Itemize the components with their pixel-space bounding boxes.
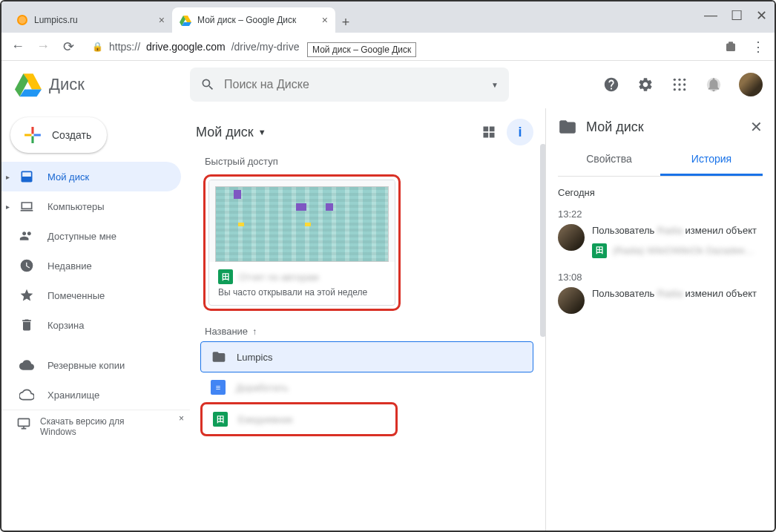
quick-thumbnail bbox=[209, 180, 395, 262]
quick-access-card[interactable]: 田 Отчет по авторам Вы часто открывали на… bbox=[203, 174, 401, 311]
sidebar: Создать ▸ Мой диск ▸ Компьютеры Доступны… bbox=[1, 108, 190, 531]
tab-properties[interactable]: Свойства bbox=[558, 144, 660, 176]
sidebar-item-starred[interactable]: Помеченные bbox=[1, 280, 181, 310]
sheets-icon: 田 bbox=[213, 412, 228, 427]
activity-feed: Сегодня 13:22 Пользователь Radia изменил… bbox=[558, 177, 763, 314]
close-icon[interactable]: × bbox=[322, 14, 328, 26]
sidebar-item-storage[interactable]: Хранилище bbox=[1, 380, 181, 410]
notifications-icon[interactable] bbox=[705, 76, 723, 93]
computers-icon bbox=[19, 199, 34, 214]
download-drive-app[interactable]: Скачать версию для Windows × bbox=[1, 410, 190, 443]
header-actions bbox=[602, 73, 763, 96]
apps-icon[interactable] bbox=[671, 76, 688, 93]
feed-user-label: Пользователь bbox=[592, 288, 654, 299]
star-icon bbox=[19, 288, 34, 303]
drive-favicon bbox=[180, 14, 191, 26]
folder-icon bbox=[211, 349, 226, 364]
url-field[interactable]: 🔒 https://drive.google.com/drive/my-driv… bbox=[85, 38, 717, 56]
plus-icon bbox=[22, 125, 43, 145]
svg-rect-21 bbox=[484, 127, 489, 132]
storage-icon bbox=[19, 387, 34, 402]
reload-button[interactable]: ⟳ bbox=[59, 39, 77, 55]
feed-time: 13:22 bbox=[558, 208, 763, 220]
url-path: /drive/my-drive bbox=[231, 41, 300, 53]
window-maximize-button[interactable]: ☐ bbox=[731, 7, 743, 24]
sidebar-item-trash[interactable]: Корзина bbox=[1, 310, 181, 340]
feed-file-link[interactable]: 田 (Radia) WikiOWikiOk Dazadee… bbox=[592, 243, 757, 258]
file-name: Доработать bbox=[236, 382, 289, 393]
chevron-down-icon: ▼ bbox=[258, 128, 266, 137]
new-tab-button[interactable]: + bbox=[335, 12, 356, 33]
download-text-2: Windows bbox=[40, 427, 124, 437]
extension-icon[interactable] bbox=[724, 40, 742, 53]
window-close-button[interactable]: ✕ bbox=[756, 7, 767, 24]
create-button[interactable]: Создать bbox=[10, 117, 107, 153]
file-row-doc[interactable]: ≡ Доработать bbox=[200, 372, 533, 402]
browser-menu-button[interactable]: ⋮ bbox=[749, 39, 767, 55]
feed-user-label: Пользователь bbox=[592, 225, 654, 236]
back-button[interactable]: ← bbox=[9, 39, 27, 54]
window-minimize-button[interactable]: — bbox=[704, 7, 717, 24]
help-icon[interactable] bbox=[602, 76, 620, 93]
breadcrumb-label: Мой диск bbox=[196, 125, 254, 140]
browser-tab-drive[interactable]: Мой диск – Google Диск × bbox=[172, 7, 335, 33]
list-sort-header[interactable]: Название ↑ bbox=[196, 321, 533, 341]
sidebar-item-my-drive[interactable]: ▸ Мой диск bbox=[1, 162, 181, 191]
file-name: Ежедневник bbox=[238, 414, 292, 425]
download-text-1: Скачать версию для bbox=[40, 416, 124, 427]
tab-title: Lumpics.ru bbox=[34, 15, 78, 25]
drive-logo-icon bbox=[13, 71, 43, 98]
chevron-right-icon: ▸ bbox=[6, 203, 10, 211]
breadcrumb[interactable]: Мой диск ▼ bbox=[196, 125, 266, 140]
search-bar[interactable]: ▼ bbox=[190, 68, 509, 102]
quick-card-title: Отчет по авторам bbox=[239, 272, 318, 283]
nav-label: Недавние bbox=[47, 260, 92, 272]
drive-logo[interactable]: Диск bbox=[13, 71, 190, 98]
grid-view-button[interactable] bbox=[481, 125, 496, 139]
tab-history[interactable]: История bbox=[660, 144, 763, 176]
svg-point-17 bbox=[678, 88, 680, 91]
scrollbar[interactable] bbox=[540, 144, 546, 337]
forward-button[interactable]: → bbox=[34, 39, 52, 54]
drive-header: Диск ▼ bbox=[1, 61, 775, 108]
search-options-button[interactable]: ▼ bbox=[491, 81, 499, 89]
tab-title: Мой диск – Google Диск bbox=[197, 15, 296, 25]
account-avatar[interactable] bbox=[739, 73, 763, 96]
file-row-sheet[interactable]: 田 Ежедневник bbox=[200, 402, 398, 436]
details-title: Мой диск bbox=[586, 119, 741, 135]
info-button[interactable]: i bbox=[507, 119, 533, 145]
chevron-right-icon: ▸ bbox=[6, 173, 10, 181]
sidebar-item-recent[interactable]: Недавние bbox=[1, 251, 181, 280]
sidebar-item-shared[interactable]: Доступные мне bbox=[1, 221, 181, 251]
close-details-button[interactable]: ✕ bbox=[750, 118, 763, 136]
feed-action: изменил объект bbox=[685, 288, 757, 299]
file-list: Название ↑ Lumpics ≡ Доработать 田 Ежедне… bbox=[196, 321, 533, 436]
folder-icon bbox=[558, 117, 577, 137]
search-icon bbox=[200, 77, 215, 92]
svg-rect-5 bbox=[726, 43, 735, 51]
docs-icon: ≡ bbox=[211, 380, 226, 395]
nav-label: Компьютеры bbox=[47, 201, 105, 212]
browser-tab-lumpics[interactable]: Lumpics.ru × bbox=[9, 7, 172, 33]
svg-point-10 bbox=[674, 79, 676, 81]
sheets-icon: 田 bbox=[592, 243, 607, 258]
svg-point-1 bbox=[19, 16, 26, 24]
close-icon[interactable]: × bbox=[159, 14, 165, 26]
search-input[interactable] bbox=[224, 78, 482, 91]
svg-rect-6 bbox=[729, 42, 733, 44]
tab-strip: Lumpics.ru × Мой диск – Google Диск × + bbox=[1, 1, 775, 33]
feed-day-label: Сегодня bbox=[558, 187, 763, 198]
url-host: drive.google.com bbox=[146, 41, 226, 53]
nav-label: Помеченные bbox=[47, 290, 105, 301]
orange-favicon bbox=[16, 14, 28, 26]
content: Мой диск ▼ i Быстрый доступ 田 bbox=[190, 108, 775, 531]
sidebar-item-backups[interactable]: Резервные копии bbox=[1, 350, 181, 380]
settings-icon[interactable] bbox=[637, 76, 654, 93]
svg-rect-20 bbox=[19, 418, 30, 426]
quick-card-subtitle: Вы часто открывали на этой неделе bbox=[218, 287, 386, 298]
sidebar-item-computers[interactable]: ▸ Компьютеры bbox=[1, 191, 181, 221]
recent-icon bbox=[19, 258, 34, 273]
url-tooltip: Мой диск – Google Диск bbox=[307, 42, 416, 57]
file-row-folder[interactable]: Lumpics bbox=[200, 341, 533, 372]
close-icon[interactable]: × bbox=[179, 413, 184, 424]
